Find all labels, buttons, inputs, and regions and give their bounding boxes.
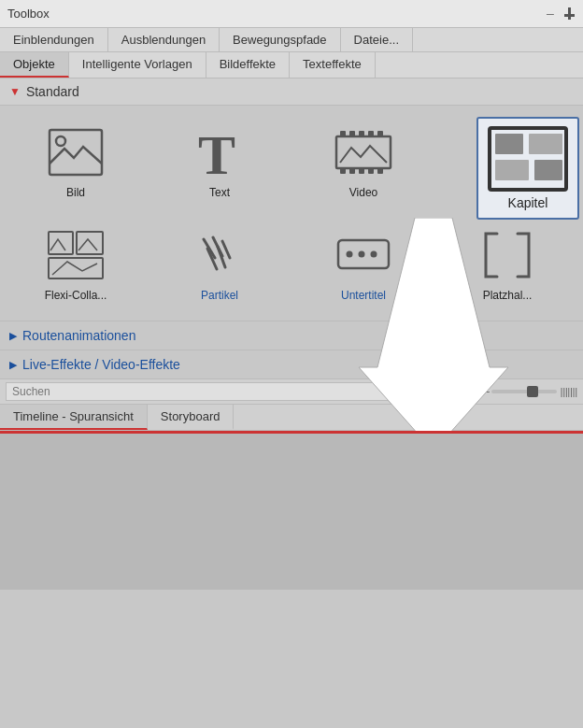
tab-einblendungen[interactable]: Einblendungen <box>0 28 108 51</box>
svg-rect-9 <box>359 131 364 136</box>
zoom-slider-area: ─ ||||||| <box>482 386 577 397</box>
zoom-slider-track[interactable] <box>491 390 557 393</box>
grid-item-text[interactable]: T Text <box>148 115 292 208</box>
tab-ausblendungen[interactable]: Ausblendungen <box>108 28 220 51</box>
pin-button[interactable] <box>562 7 576 21</box>
routenanimationen-arrow-icon: ▶ <box>9 330 17 342</box>
section-routenanimationen[interactable]: ▶ Routenanimationen <box>0 321 583 350</box>
section-arrow-icon: ▼ <box>9 85 21 98</box>
grid-item-video[interactable]: Video <box>292 115 435 208</box>
platzhal-icon <box>477 227 537 283</box>
svg-rect-16 <box>377 168 383 174</box>
grid-item-bild[interactable]: Bild <box>4 115 148 208</box>
text-icon: T <box>190 124 249 180</box>
kapitel-callout[interactable]: Kapitel <box>476 117 579 220</box>
zoom-slider-thumb[interactable] <box>527 386 538 397</box>
tab-row-2: Objekte Intelligente Vorlagen Bildeffekt… <box>0 52 583 79</box>
svg-rect-35 <box>529 134 562 154</box>
section-standard-label: Standard <box>26 84 79 99</box>
flexi-label: Flexi-Colla... <box>45 289 107 302</box>
tab-row-1: Einblendungen Ausblendungen Bewegungspfa… <box>0 28 583 52</box>
tab-timeline-spuransicht[interactable]: Timeline - Spuransicht <box>0 405 148 430</box>
svg-rect-34 <box>495 134 523 154</box>
video-icon <box>334 124 393 180</box>
search-input[interactable] <box>6 382 476 401</box>
kapitel-icon <box>488 126 568 192</box>
grid-item-flexi[interactable]: Flexi-Colla... <box>4 218 148 311</box>
partikel-icon <box>190 227 249 283</box>
platzhal-label: Platzhal... <box>483 289 533 302</box>
svg-rect-10 <box>368 131 374 136</box>
zoom-minus-icon[interactable]: ─ <box>482 386 490 397</box>
kapitel-label: Kapitel <box>508 195 548 210</box>
tab-bewegungspfade[interactable]: Bewegungspfade <box>220 28 340 51</box>
svg-rect-0 <box>568 7 571 15</box>
zoom-marks: ||||||| <box>561 387 577 397</box>
grid-item-partikel[interactable]: Partikel <box>148 218 292 311</box>
section-standard-header[interactable]: ▼ Standard <box>0 79 583 106</box>
tab-intelligente-vorlagen[interactable]: Intelligente Vorlagen <box>69 52 206 78</box>
untertitel-icon <box>334 227 393 283</box>
svg-point-31 <box>359 251 365 258</box>
video-label: Video <box>349 186 377 199</box>
tab-storyboard[interactable]: Storyboard <box>148 405 235 430</box>
live-effekte-arrow-icon: ▶ <box>9 359 17 371</box>
svg-rect-37 <box>534 160 562 180</box>
svg-rect-12 <box>340 168 346 174</box>
untertitel-label: Untertitel <box>341 289 386 302</box>
svg-rect-7 <box>340 131 346 136</box>
timeline-red-line <box>0 431 583 434</box>
items-grid-row2: Flexi-Colla... Partikel <box>4 218 579 311</box>
tab-texteffekte[interactable]: Texteffekte <box>290 52 376 78</box>
bild-label: Bild <box>66 186 85 199</box>
svg-rect-22 <box>77 232 103 254</box>
svg-rect-11 <box>377 131 383 136</box>
minimize-button[interactable]: ─ <box>544 7 557 21</box>
svg-rect-1 <box>564 14 575 17</box>
timeline-area <box>0 431 583 590</box>
window-title: Toolbox <box>7 7 50 21</box>
svg-point-32 <box>371 251 377 258</box>
svg-rect-15 <box>368 168 374 174</box>
svg-text:T: T <box>198 125 235 179</box>
routenanimationen-label: Routenanimationen <box>22 328 135 343</box>
svg-rect-8 <box>349 131 355 136</box>
tab-objekte[interactable]: Objekte <box>0 52 69 78</box>
bottom-tab-row: Timeline - Spuransicht Storyboard <box>0 405 583 431</box>
live-effekte-label: Live-Effekte / Video-Effekte <box>22 357 180 372</box>
flexi-icon <box>46 227 106 283</box>
svg-rect-23 <box>49 258 103 278</box>
section-live-effekte[interactable]: ▶ Live-Effekte / Video-Effekte <box>0 350 583 378</box>
search-bar: ─ ||||||| <box>0 378 583 405</box>
grid-item-platzhal[interactable]: Platzhal... <box>435 218 579 311</box>
title-bar: Toolbox ─ <box>0 0 583 28</box>
svg-line-28 <box>218 247 225 267</box>
svg-rect-13 <box>349 168 355 174</box>
svg-rect-14 <box>359 168 364 174</box>
grid-item-untertitel[interactable]: Untertitel <box>292 218 435 311</box>
svg-point-30 <box>347 251 353 258</box>
svg-rect-2 <box>568 17 571 20</box>
text-label: Text <box>209 186 230 199</box>
bild-icon <box>46 124 106 180</box>
main-content: Bild T Text <box>0 106 583 590</box>
window-controls: ─ <box>544 7 576 21</box>
svg-rect-36 <box>495 160 529 180</box>
tab-dateien[interactable]: Dateie... <box>341 28 413 51</box>
svg-point-4 <box>56 136 65 146</box>
tab-bildeffekte[interactable]: Bildeffekte <box>206 52 290 78</box>
partikel-label: Partikel <box>201 289 238 302</box>
